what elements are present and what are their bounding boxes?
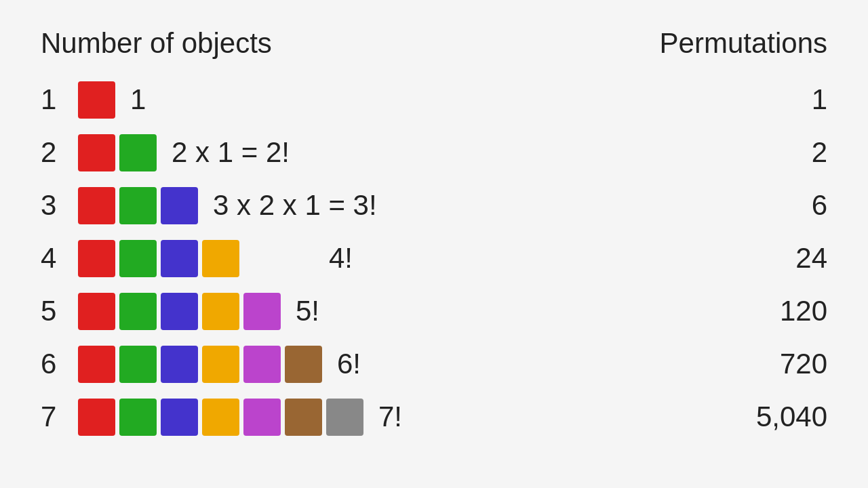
color-square bbox=[78, 187, 115, 224]
color-square bbox=[326, 399, 363, 436]
data-rows: 11122 x 1 = 2!233 x 2 x 1 = 3!644!2455!1… bbox=[41, 73, 827, 443]
color-square bbox=[161, 346, 198, 383]
table-row: 77!5,040 bbox=[41, 390, 827, 443]
page-title: Number of objects bbox=[41, 27, 272, 60]
squares-group bbox=[78, 81, 115, 119]
color-square bbox=[119, 293, 157, 330]
color-square bbox=[243, 399, 281, 436]
squares-group bbox=[78, 187, 198, 224]
color-square bbox=[161, 187, 198, 224]
row-permutation: 5,040 bbox=[692, 401, 827, 433]
color-square bbox=[119, 346, 157, 383]
color-square bbox=[78, 346, 115, 383]
row-permutation: 2 bbox=[692, 136, 827, 169]
table-row: 55!120 bbox=[41, 285, 827, 338]
row-number: 2 bbox=[41, 136, 78, 169]
color-square bbox=[119, 134, 157, 171]
squares-group bbox=[78, 293, 281, 330]
squares-group bbox=[78, 134, 157, 171]
color-square bbox=[78, 134, 115, 171]
color-square bbox=[119, 399, 157, 436]
row-number: 3 bbox=[41, 189, 78, 222]
row-number: 7 bbox=[41, 401, 78, 433]
color-square bbox=[202, 346, 239, 383]
squares-group bbox=[78, 399, 363, 436]
table-row: 22 x 1 = 2!2 bbox=[41, 126, 827, 179]
table-row: 33 x 2 x 1 = 3!6 bbox=[41, 179, 827, 232]
table-row: 44!24 bbox=[41, 232, 827, 285]
row-permutation: 720 bbox=[692, 348, 827, 380]
row-formula: 4! bbox=[329, 242, 353, 274]
color-square bbox=[202, 293, 239, 330]
color-square bbox=[161, 399, 198, 436]
color-square bbox=[119, 187, 157, 224]
permutations-header: Permutations bbox=[660, 27, 827, 60]
color-square bbox=[285, 399, 322, 436]
color-square bbox=[78, 399, 115, 436]
row-number: 4 bbox=[41, 242, 78, 274]
row-formula: 1 bbox=[130, 83, 146, 116]
main-container: Number of objects Permutations 11122 x 1… bbox=[0, 0, 868, 488]
squares-group bbox=[78, 240, 239, 277]
table-row: 66!720 bbox=[41, 338, 827, 390]
color-square bbox=[119, 240, 157, 277]
row-permutation: 24 bbox=[692, 242, 827, 274]
row-number: 1 bbox=[41, 83, 78, 116]
squares-group bbox=[78, 346, 322, 383]
table-row: 111 bbox=[41, 73, 827, 126]
color-square bbox=[243, 293, 281, 330]
color-square bbox=[285, 346, 322, 383]
row-formula: 6! bbox=[337, 348, 361, 380]
row-permutation: 6 bbox=[692, 189, 827, 222]
row-permutation: 120 bbox=[692, 295, 827, 327]
color-square bbox=[78, 81, 115, 119]
color-square bbox=[78, 293, 115, 330]
color-square bbox=[243, 346, 281, 383]
row-formula: 5! bbox=[296, 295, 319, 327]
row-number: 6 bbox=[41, 348, 78, 380]
color-square bbox=[161, 293, 198, 330]
color-square bbox=[161, 240, 198, 277]
row-permutation: 1 bbox=[692, 83, 827, 116]
color-square bbox=[202, 240, 239, 277]
row-formula: 7! bbox=[378, 401, 402, 433]
color-square bbox=[78, 240, 115, 277]
row-formula: 3 x 2 x 1 = 3! bbox=[213, 189, 377, 222]
row-formula: 2 x 1 = 2! bbox=[172, 136, 290, 169]
color-square bbox=[202, 399, 239, 436]
header-row: Number of objects Permutations bbox=[41, 27, 827, 60]
row-number: 5 bbox=[41, 295, 78, 327]
